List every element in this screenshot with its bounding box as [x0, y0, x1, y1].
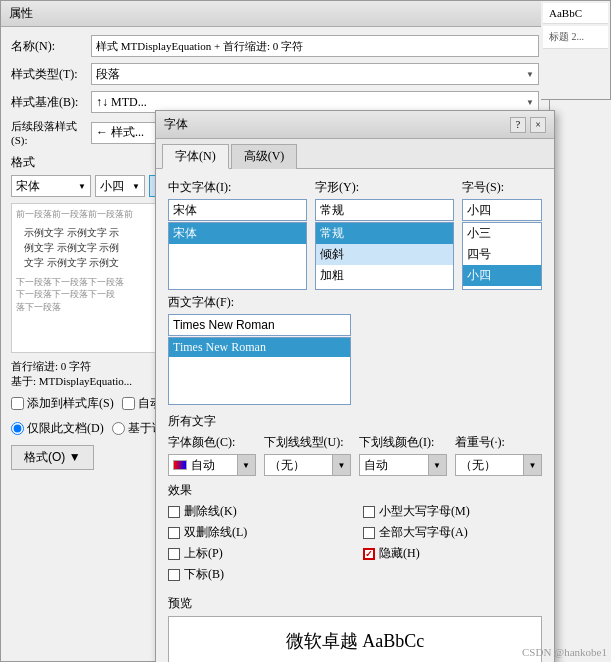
all-text-label: 所有文字 — [168, 413, 542, 430]
chinese-font-input[interactable] — [168, 199, 307, 221]
underline-color-select[interactable]: 自动 ▼ — [359, 454, 447, 476]
panel-title-text: 属性 — [9, 6, 33, 20]
strikethrough-item: 删除线(K) — [168, 503, 347, 520]
small-caps-item: 小型大写字母(M) — [363, 503, 542, 520]
strikethrough-label: 删除线(K) — [184, 503, 237, 520]
only-this-doc-radio[interactable]: 仅限此文档(D) — [11, 420, 104, 437]
effects-right-col: 小型大写字母(M) 全部大写字母(A) ✓ 隐藏(H) — [363, 503, 542, 587]
hidden-label: 隐藏(H) — [379, 545, 420, 562]
font-color-col: 字体颜色(C): 自动 ▼ — [168, 434, 256, 476]
size-select[interactable]: 小四 — [95, 175, 145, 197]
next-style-label: 后续段落样式(S): — [11, 119, 91, 146]
aabbc-item-1: AaBbC — [543, 3, 608, 24]
chinese-font-list[interactable]: 宋体 — [168, 222, 307, 290]
font-color-label: 字体颜色(C): — [168, 434, 256, 451]
font-color-arrow[interactable]: ▼ — [237, 455, 255, 475]
help-button[interactable]: ? — [510, 117, 526, 133]
size-label: 字号(S): — [462, 179, 542, 196]
underline-style-col: 下划线线型(U): （无） ▼ — [264, 434, 352, 476]
underline-color-col: 下划线颜色(I): 自动 ▼ — [359, 434, 447, 476]
underline-style-select[interactable]: （无） ▼ — [264, 454, 352, 476]
effects-label: 效果 — [168, 482, 542, 499]
size-input[interactable] — [462, 199, 542, 221]
style-label: 字形(Y): — [315, 179, 454, 196]
all-caps-checkbox[interactable] — [363, 527, 375, 539]
name-value: 样式 MTDisplayEquation + 首行缩进: 0 字符 — [91, 35, 539, 57]
aabbc-item-2: 标题 2... — [543, 26, 608, 49]
size-item-0[interactable]: 小三 — [463, 223, 541, 244]
style-item-0[interactable]: 常规 — [316, 223, 453, 244]
style-list[interactable]: 常规 倾斜 加粗 — [315, 222, 454, 290]
style-type-label: 样式类型(T): — [11, 66, 91, 83]
add-to-library-checkbox[interactable]: 添加到样式库(S) — [11, 395, 114, 412]
name-label: 名称(N): — [11, 38, 91, 55]
preview-label: 预览 — [168, 595, 542, 612]
close-button[interactable]: × — [530, 117, 546, 133]
style-item-1[interactable]: 倾斜 — [316, 244, 453, 265]
superscript-item: 上标(P) — [168, 545, 347, 562]
western-font-list[interactable]: Times New Roman — [168, 337, 351, 405]
size-col: 字号(S): 小三 四号 小四 — [462, 179, 542, 290]
chinese-font-item-0[interactable]: 宋体 — [169, 223, 306, 244]
aabbc-preview-panel: AaBbC 标题 2... — [541, 0, 611, 100]
style-input[interactable] — [315, 199, 454, 221]
color-dot — [173, 460, 187, 470]
emphasis-label: 着重号(·): — [455, 434, 543, 451]
dialog-body: 中文字体(I): 宋体 字形(Y): 常规 倾斜 加粗 字号(S): — [156, 169, 554, 662]
size-list[interactable]: 小三 四号 小四 — [462, 222, 542, 290]
font-dialog: 字体 ? × 字体(N) 高级(V) 中文字体(I): 宋体 — [155, 110, 555, 662]
double-strikethrough-item: 双删除线(L) — [168, 524, 347, 541]
western-font-item-0[interactable]: Times New Roman — [169, 338, 350, 357]
subscript-checkbox[interactable] — [168, 569, 180, 581]
double-strikethrough-label: 双删除线(L) — [184, 524, 247, 541]
dialog-titlebar: 字体 ? × — [156, 111, 554, 139]
underline-color-label: 下划线颜色(I): — [359, 434, 447, 451]
size-item-1[interactable]: 四号 — [463, 244, 541, 265]
western-font-input[interactable] — [168, 314, 351, 336]
style-col: 字形(Y): 常规 倾斜 加粗 — [315, 179, 454, 290]
all-caps-label: 全部大写字母(A) — [379, 524, 468, 541]
watermark: CSDN @hankobe1 — [522, 646, 607, 658]
chinese-font-col: 中文字体(I): 宋体 — [168, 179, 307, 290]
effects-section: 效果 删除线(K) 双删除线(L) 上标(P) — [168, 482, 542, 587]
double-strikethrough-checkbox[interactable] — [168, 527, 180, 539]
chinese-font-label: 中文字体(I): — [168, 179, 307, 196]
emphasis-col: 着重号(·): （无） ▼ — [455, 434, 543, 476]
strikethrough-checkbox[interactable] — [168, 506, 180, 518]
style-base-label: 样式基准(B): — [11, 94, 91, 111]
western-font-col: 西文字体(F): Times New Roman — [168, 294, 351, 405]
size-item-2[interactable]: 小四 — [463, 265, 541, 286]
subscript-label: 下标(B) — [184, 566, 224, 583]
effects-left-col: 删除线(K) 双删除线(L) 上标(P) 下标(B) — [168, 503, 347, 587]
superscript-label: 上标(P) — [184, 545, 223, 562]
style-item-2[interactable]: 加粗 — [316, 265, 453, 286]
hidden-checkbox[interactable]: ✓ — [363, 548, 375, 560]
underline-color-arrow[interactable]: ▼ — [428, 455, 446, 475]
all-caps-item: 全部大写字母(A) — [363, 524, 542, 541]
format-button[interactable]: 格式(O) ▼ — [11, 445, 94, 470]
style-type-select[interactable]: 段落 — [91, 63, 539, 85]
tab-font[interactable]: 字体(N) — [162, 144, 229, 169]
underline-style-arrow[interactable]: ▼ — [332, 455, 350, 475]
underline-style-label: 下划线线型(U): — [264, 434, 352, 451]
hidden-item: ✓ 隐藏(H) — [363, 545, 542, 562]
dialog-tabs: 字体(N) 高级(V) — [156, 139, 554, 169]
small-caps-checkbox[interactable] — [363, 506, 375, 518]
small-caps-label: 小型大写字母(M) — [379, 503, 470, 520]
preview-section: 预览 微软卓越 AaBbCc 这是一种 TrueType 字体，同时适用于屏幕和… — [168, 595, 542, 662]
western-font-label: 西文字体(F): — [168, 294, 351, 311]
emphasis-select[interactable]: （无） ▼ — [455, 454, 543, 476]
font-color-select[interactable]: 自动 ▼ — [168, 454, 256, 476]
font-select[interactable]: 宋体 — [11, 175, 91, 197]
tab-advanced[interactable]: 高级(V) — [231, 144, 298, 169]
subscript-item: 下标(B) — [168, 566, 347, 583]
preview-box: 微软卓越 AaBbCc — [168, 616, 542, 662]
emphasis-arrow[interactable]: ▼ — [523, 455, 541, 475]
panel-title: 属性 — [1, 1, 549, 27]
superscript-checkbox[interactable] — [168, 548, 180, 560]
dialog-title: 字体 — [164, 116, 188, 133]
